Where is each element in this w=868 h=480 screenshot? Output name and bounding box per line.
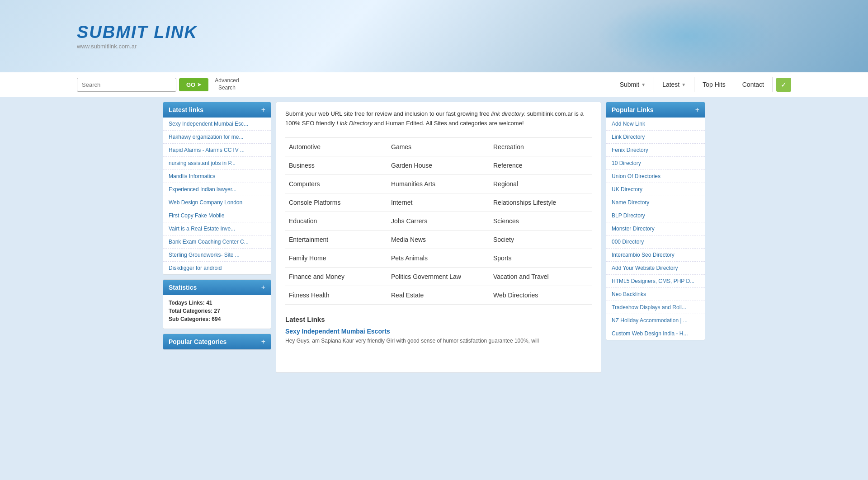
list-item[interactable]: Rapid Alarms - Alarms CCTV ... [163, 144, 271, 157]
sub-categories-row: Sub Categories: 694 [169, 316, 265, 322]
list-item[interactable]: Intercambio Seo Directory [606, 249, 705, 262]
category-item[interactable]: Entertainment [285, 231, 387, 249]
categories-grid: AutomotiveGamesRecreationBusinessGarden … [285, 137, 592, 305]
list-item[interactable]: BLP Directory [606, 209, 705, 222]
popular-categories-header: Popular Categories + [163, 334, 271, 349]
list-item[interactable]: Sexy Independent Mumbai Esc... [163, 118, 271, 131]
list-item[interactable]: Vairt is a Real Estate Inve... [163, 222, 271, 235]
list-item[interactable]: Diskdigger for android [163, 262, 271, 274]
category-item[interactable]: Console Platforms [285, 193, 387, 212]
header-background: SUBMIT LINK www.submitlink.com.ar [0, 0, 868, 72]
sidebar-left: Latest links + Sexy Independent Mumbai E… [163, 102, 271, 373]
latest-link-title[interactable]: Sexy Independent Mumbai Escorts [285, 328, 592, 335]
category-item[interactable]: Real Estate [387, 286, 490, 305]
statistics-box: Statistics + Todays Links: 41 Total Cate… [163, 279, 271, 329]
latest-links-title: Latest links [169, 106, 203, 113]
list-item[interactable]: Sterling Groundworks- Site ... [163, 249, 271, 262]
list-item[interactable]: NZ Holiday Accommodation | ... [606, 314, 705, 327]
category-item[interactable]: Finance and Money [285, 268, 387, 286]
list-item[interactable]: nursing assistant jobs in P... [163, 157, 271, 170]
list-item[interactable]: 000 Directory [606, 235, 705, 249]
nav-bar: GO Advanced Search Submit ▼ Latest ▼ Top… [0, 72, 868, 97]
todays-value: 41 [206, 300, 212, 306]
list-item[interactable]: Monster Directory [606, 222, 705, 235]
main-content: Submit your web URL site free for review… [276, 102, 601, 373]
list-item[interactable]: Link Directory [606, 131, 705, 144]
category-item[interactable]: Automotive [285, 138, 387, 156]
list-item[interactable]: Add New Link [606, 118, 705, 131]
popular-links-plus-icon: + [695, 106, 699, 114]
list-item[interactable]: Neo Backlinks [606, 288, 705, 301]
category-item[interactable]: Sciences [490, 212, 592, 231]
category-item[interactable]: Business [285, 156, 387, 175]
list-item[interactable]: Fenix Directory [606, 144, 705, 157]
latest-links-plus-icon: + [261, 106, 265, 114]
list-item[interactable]: UK Directory [606, 183, 705, 196]
popular-categories-box: Popular Categories + [163, 334, 271, 350]
intro-text: Submit your web URL site free for review… [285, 109, 592, 128]
category-item[interactable]: Education [285, 212, 387, 231]
category-item[interactable]: Jobs Carrers [387, 212, 490, 231]
latest-links-box: Latest links + Sexy Independent Mumbai E… [163, 102, 271, 275]
list-item[interactable]: Tradeshow Displays and Roll... [606, 301, 705, 314]
list-item[interactable]: Web Design Company London [163, 196, 271, 209]
list-item[interactable]: First Copy Fake Mobile [163, 209, 271, 222]
popular-links-list: Add New LinkLink DirectoryFenix Director… [606, 118, 705, 340]
category-item[interactable]: Sports [490, 249, 592, 268]
list-item[interactable]: Mandlis Informatics [163, 170, 271, 183]
statistics-title: Statistics [169, 284, 197, 291]
category-item[interactable]: Regional [490, 175, 592, 193]
list-item[interactable]: 10 Directory [606, 157, 705, 170]
latest-links-header: Latest links + [163, 102, 271, 118]
sub-cat-value: 694 [212, 316, 221, 322]
latest-link-entry: Sexy Independent Mumbai Escorts Hey Guys… [285, 328, 592, 345]
list-item[interactable]: Experienced Indian lawyer... [163, 183, 271, 196]
list-item[interactable]: Union Of Directories [606, 170, 705, 183]
statistics-header: Statistics + [163, 280, 271, 295]
category-item[interactable]: Fitness Health [285, 286, 387, 305]
popular-links-box: Popular Links + Add New LinkLink Directo… [606, 102, 705, 340]
list-item[interactable]: Custom Web Design India - H... [606, 327, 705, 340]
nav-latest[interactable]: Latest ▼ [654, 77, 694, 92]
category-item[interactable]: Web Directories [490, 286, 592, 305]
search-input[interactable] [77, 78, 176, 92]
popular-links-title: Popular Links [612, 106, 654, 113]
category-item[interactable]: Media News [387, 231, 490, 249]
search-area: GO Advanced Search [77, 77, 612, 91]
category-item[interactable]: Relationships Lifestyle [490, 193, 592, 212]
advanced-search-link[interactable]: Advanced Search [215, 77, 239, 91]
list-item[interactable]: Name Directory [606, 196, 705, 209]
list-item[interactable]: HTML5 Designers, CMS, PHP D... [606, 275, 705, 288]
nav-contact[interactable]: Contact [734, 77, 773, 92]
popular-links-header: Popular Links + [606, 102, 705, 118]
category-item[interactable]: Reference [490, 156, 592, 175]
category-item[interactable]: Garden House [387, 156, 490, 175]
category-item[interactable]: Vacation and Travel [490, 268, 592, 286]
stats-content: Todays Links: 41 Total Categories: 27 Su… [163, 295, 271, 329]
category-item[interactable]: Society [490, 231, 592, 249]
nav-top-hits[interactable]: Top Hits [694, 77, 734, 92]
category-item[interactable]: Computers [285, 175, 387, 193]
list-item[interactable]: Rakhawy organization for me... [163, 131, 271, 144]
category-item[interactable]: Pets Animals [387, 249, 490, 268]
category-item[interactable]: Humanities Arts [387, 175, 490, 193]
logo-main: SUBMIT LINK [77, 23, 198, 42]
latest-links-list: Sexy Independent Mumbai Esc...Rakhawy or… [163, 118, 271, 274]
list-item[interactable]: Add Your Website Directory [606, 262, 705, 275]
category-item[interactable]: Politics Government Law [387, 268, 490, 286]
category-item[interactable]: Recreation [490, 138, 592, 156]
total-cat-label: Total Categories: [169, 308, 212, 314]
nav-links: Submit ▼ Latest ▼ Top Hits Contact ✓ [612, 77, 791, 92]
list-item[interactable]: Bank Exam Coaching Center C... [163, 235, 271, 249]
popular-categories-title: Popular Categories [169, 338, 226, 345]
category-item[interactable]: Internet [387, 193, 490, 212]
category-item[interactable]: Family Home [285, 249, 387, 268]
latest-links-main-title: Latest Links [285, 315, 592, 323]
nav-submit[interactable]: Submit ▼ [612, 77, 654, 92]
sidebar-right: Popular Links + Add New LinkLink Directo… [606, 102, 705, 373]
main-wrapper: Latest links + Sexy Independent Mumbai E… [163, 97, 705, 382]
rss-button[interactable]: ✓ [776, 78, 791, 92]
popular-categories-plus-icon: + [261, 338, 265, 346]
category-item[interactable]: Games [387, 138, 490, 156]
go-button[interactable]: GO [179, 78, 208, 91]
